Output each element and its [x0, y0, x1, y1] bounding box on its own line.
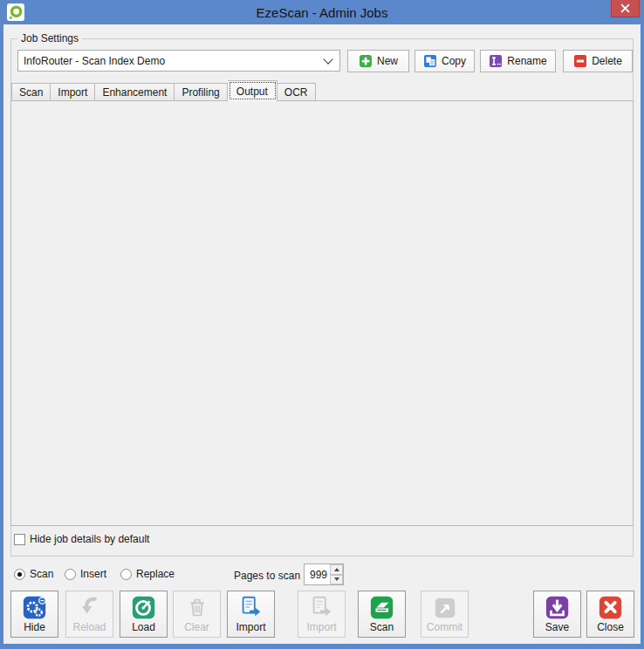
admin-jobs-window: EzeScan - Admin Jobs Job Settings InfoRo… — [0, 0, 644, 649]
import-icon — [237, 594, 265, 620]
clear-trash-icon — [183, 594, 211, 620]
hide-settings-icon — [21, 594, 49, 620]
checkbox-box — [14, 534, 25, 545]
hide-button[interactable]: Hide — [10, 591, 58, 638]
rename-icon — [489, 54, 503, 68]
radio-button — [14, 569, 25, 580]
radio-button — [65, 569, 76, 580]
load-button[interactable]: Load — [120, 591, 168, 638]
delete-job-button[interactable]: Delete — [563, 50, 633, 72]
delete-button-label: Delete — [592, 55, 622, 67]
import-button[interactable]: Import — [227, 591, 275, 638]
spin-up-icon[interactable] — [330, 564, 343, 575]
spin-down-icon[interactable] — [330, 575, 343, 585]
tab-scan[interactable]: Scan — [11, 83, 51, 101]
radio-replace[interactable]: Replace — [120, 568, 175, 580]
rename-job-button[interactable]: Rename — [480, 50, 556, 72]
chevron-down-icon — [323, 54, 332, 64]
scan-icon — [368, 594, 396, 620]
job-select[interactable]: InfoRouter - Scan Index Demo — [17, 50, 340, 72]
delete-icon — [573, 54, 587, 68]
clear-button[interactable]: Clear — [173, 591, 221, 638]
copy-job-button[interactable]: Copy — [414, 50, 475, 72]
close-window-button[interactable] — [611, 0, 640, 17]
new-job-button[interactable]: New — [347, 50, 409, 72]
tab-profiling[interactable]: Profiling — [175, 83, 227, 101]
load-icon — [130, 594, 158, 620]
radio-scan[interactable]: Scan — [14, 568, 53, 580]
save-icon — [544, 594, 572, 620]
radio-label: Scan — [30, 568, 53, 580]
commit-icon — [431, 594, 459, 620]
commit-button[interactable]: Commit — [421, 591, 469, 638]
ezescan-logo-icon — [7, 3, 24, 21]
pages-to-scan-value: 999 — [305, 564, 330, 584]
save-button[interactable]: Save — [533, 591, 581, 638]
tab-output[interactable]: Output — [228, 80, 277, 101]
import-disabled-button[interactable]: Import — [298, 591, 346, 638]
reload-icon — [76, 594, 104, 620]
new-icon — [359, 54, 373, 68]
pages-to-scan-spinner[interactable]: 999 — [304, 564, 344, 585]
tab-enhancement[interactable]: Enhancement — [95, 83, 175, 101]
scan-button[interactable]: Scan — [358, 591, 406, 638]
close-button[interactable]: Close — [586, 591, 634, 638]
new-button-label: New — [377, 55, 398, 67]
radio-label: Replace — [136, 568, 175, 580]
job-select-value: InfoRouter - Scan Index Demo — [24, 55, 165, 67]
radio-insert[interactable]: Insert — [65, 568, 106, 580]
job-settings-legend: Job Settings — [17, 32, 82, 44]
checkbox-hide-job-details[interactable]: Hide job details by default — [14, 533, 149, 545]
radio-button — [120, 569, 132, 580]
close-icon — [597, 594, 625, 620]
tab-import[interactable]: Import — [51, 83, 95, 101]
tab-strip: Scan Import Enhancement Profiling Output… — [11, 81, 316, 101]
copy-button-label: Copy — [442, 55, 466, 67]
checkbox-label: Hide job details by default — [30, 533, 149, 545]
copy-icon — [423, 54, 437, 68]
import-icon — [308, 594, 336, 620]
tab-ocr[interactable]: OCR — [277, 83, 316, 101]
pages-to-scan-label: Pages to scan — [234, 570, 300, 582]
close-icon — [620, 3, 630, 13]
output-tab-panel — [10, 100, 634, 526]
radio-label: Insert — [80, 568, 106, 580]
reload-button[interactable]: Reload — [65, 591, 113, 638]
window-title: EzeScan - Admin Jobs — [257, 5, 388, 20]
rename-button-label: Rename — [507, 55, 546, 67]
titlebar: EzeScan - Admin Jobs — [0, 0, 644, 24]
